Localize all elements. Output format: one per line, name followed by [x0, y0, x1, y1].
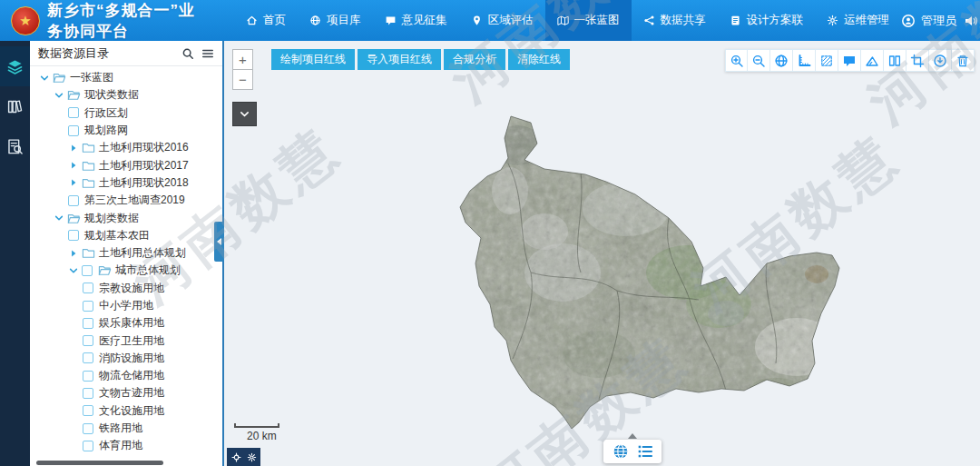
tree-item[interactable]: 规划路网	[30, 122, 220, 139]
ruler-icon	[797, 54, 811, 68]
zoom-out-icon	[751, 54, 766, 68]
tree-item[interactable]: 现状类数据	[30, 86, 220, 104]
nav-item-意见征集[interactable]: 意见征集	[373, 0, 459, 41]
zoom-in-button[interactable]: +	[232, 49, 253, 70]
gear-icon[interactable]	[247, 452, 257, 462]
tool-globe2[interactable]	[770, 49, 793, 72]
tree-item[interactable]: 体育用地	[30, 437, 220, 454]
layer-checkbox[interactable]	[83, 405, 93, 416]
tree-item-label: 消防设施用地	[99, 351, 164, 366]
user-icon	[901, 14, 916, 28]
crosshair-icon[interactable]	[231, 452, 241, 462]
speaker-icon[interactable]	[964, 14, 978, 28]
redline-button-导入项目红线[interactable]: 导入项目红线	[358, 49, 441, 70]
layer-checkbox[interactable]	[68, 107, 79, 118]
tree-item[interactable]: 物流仓储用地	[30, 367, 220, 384]
nav-item-首页[interactable]: 首页	[234, 0, 298, 41]
page-title: 新乡市“多规合一”业务协同平台	[47, 0, 209, 42]
tree-item[interactable]: 铁路用地	[30, 420, 220, 437]
rail-item-docsearch[interactable]	[0, 126, 30, 166]
tree-item[interactable]: 娱乐康体用地	[30, 314, 220, 332]
layer-checkbox[interactable]	[83, 318, 93, 329]
layer-checkbox[interactable]	[83, 283, 93, 293]
tree-item[interactable]: 文物古迹用地	[30, 384, 220, 402]
tree-item[interactable]: 第三次土地调查2019	[30, 192, 220, 209]
tree-item[interactable]: 消防设施用地	[30, 350, 220, 367]
hamburger-list-icon[interactable]	[201, 47, 214, 60]
tool-slope[interactable]	[861, 49, 884, 72]
layer-checkbox[interactable]	[68, 230, 79, 241]
chevron-down-icon	[239, 108, 250, 120]
layer-checkbox[interactable]	[83, 388, 93, 399]
nav-label: 设计方案联	[747, 13, 804, 28]
globe-icon[interactable]	[612, 443, 629, 460]
map-area[interactable]: + − 绘制项目红线导入项目红线合规分析清除红线 20 km	[224, 41, 980, 466]
tool-area[interactable]	[816, 49, 838, 72]
nav-item-数据共享[interactable]: 数据共享	[632, 0, 718, 41]
tree-item[interactable]: 医疗卫生用地	[30, 332, 220, 349]
layer-checkbox[interactable]	[83, 441, 93, 451]
tool-zoom-in[interactable]	[725, 49, 748, 72]
tree-item[interactable]: 文化设施用地	[30, 402, 220, 420]
scale-label: 20 km	[247, 430, 279, 442]
tree-item-label: 文化设施用地	[99, 403, 164, 419]
satellite-imagery[interactable]	[224, 41, 980, 466]
tool-zoom-out[interactable]	[748, 49, 770, 72]
redline-button-清除红线[interactable]: 清除红线	[508, 49, 570, 70]
tool-swipe[interactable]	[884, 49, 906, 72]
nav-label: 数据共享	[661, 13, 706, 28]
chev-down-icon	[54, 90, 64, 101]
tree-item[interactable]: 规划基本农田	[30, 227, 220, 244]
books-icon	[6, 98, 24, 115]
legend-list-icon[interactable]	[637, 443, 653, 460]
redline-button-绘制项目红线[interactable]: 绘制项目红线	[271, 49, 355, 70]
tree-item[interactable]: 土地利用现状2017	[30, 156, 220, 174]
gear-icon	[827, 15, 838, 26]
rail-item-layers[interactable]	[0, 46, 30, 86]
horizontal-scrollbar[interactable]	[36, 461, 163, 465]
search-icon[interactable]	[181, 47, 194, 60]
tree-item[interactable]: 行政区划	[30, 104, 220, 122]
rail-item-books[interactable]	[0, 86, 30, 126]
tree-item[interactable]: 土地利用现状2016	[30, 139, 220, 156]
tree-item[interactable]: 土地利用现状2018	[30, 174, 220, 192]
globe-icon	[309, 15, 321, 26]
nav-item-一张蓝图[interactable]: 一张蓝图	[545, 0, 632, 41]
nav-label: 意见征集	[402, 13, 447, 28]
user-menu[interactable]: 管理员	[901, 13, 956, 29]
tool-download[interactable]	[929, 49, 952, 72]
tree-item[interactable]: 宗教设施用地	[30, 280, 220, 297]
layer-checkbox[interactable]	[68, 195, 79, 206]
nav-item-区域评估[interactable]: 区域评估	[459, 0, 545, 41]
tool-ruler[interactable]	[793, 49, 816, 72]
tree-item[interactable]: 城市总体规划	[30, 262, 220, 279]
tool-clip[interactable]	[906, 49, 929, 72]
tree-item[interactable]: 中小学用地	[30, 297, 220, 314]
nav-item-运维管理[interactable]: 运维管理	[815, 0, 901, 41]
tree-item[interactable]: 一张蓝图	[30, 69, 220, 86]
tri-right-icon	[68, 177, 79, 188]
tree-item[interactable]: 规划类数据	[30, 209, 220, 226]
layer-checkbox[interactable]	[83, 423, 93, 434]
nav-item-项目库[interactable]: 项目库	[298, 0, 373, 41]
layer-checkbox[interactable]	[83, 371, 93, 382]
sidebar-collapse-handle[interactable]	[214, 222, 224, 262]
layer-checkbox[interactable]	[83, 335, 93, 346]
redline-button-合规分析[interactable]: 合规分析	[444, 49, 505, 70]
tree-item[interactable]: 土地利用总体规划	[30, 244, 220, 262]
tree-item-label: 规划路网	[84, 123, 128, 138]
layer-checkbox[interactable]	[68, 125, 79, 136]
layer-checkbox[interactable]	[83, 352, 93, 363]
tri-right-icon	[68, 160, 79, 171]
chevron-up-icon[interactable]	[628, 433, 637, 439]
tool-comment2[interactable]	[838, 49, 861, 72]
tool-trash[interactable]	[952, 49, 975, 72]
tree-item-label: 城市总体规划	[115, 263, 181, 278]
zoom-out-button[interactable]: −	[232, 69, 253, 90]
tri-right-icon	[68, 143, 79, 154]
layer-checkbox[interactable]	[82, 265, 93, 276]
nav-item-设计方案联[interactable]: 设计方案联	[718, 0, 816, 41]
layer-checkbox[interactable]	[83, 301, 93, 312]
basemap-toggle-button[interactable]	[232, 102, 257, 126]
tree-item-label: 娱乐康体用地	[99, 315, 164, 331]
